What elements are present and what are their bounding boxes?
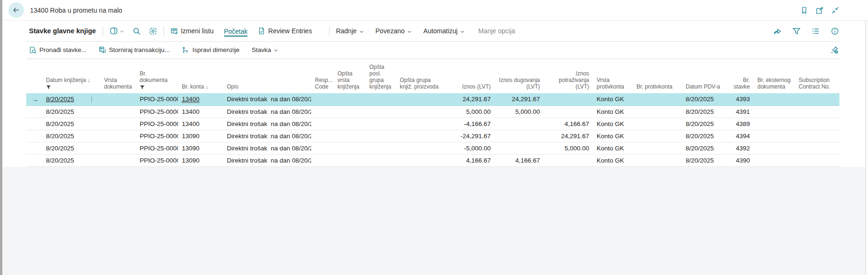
cell-gen-posting-type[interactable] [334,105,366,118]
cell-account-no[interactable]: 13090 [178,154,223,166]
cell-bal-account-no[interactable] [633,142,682,154]
cell-credit-amount[interactable]: 4,166.67 [544,118,593,130]
cell-bal-account-no[interactable] [633,93,682,105]
menu-automatizuj[interactable]: Automatizuj [423,27,465,35]
more-options-button[interactable]: Manje opcija [478,27,515,35]
cell-document-type[interactable] [100,142,136,154]
cell-bal-account-type[interactable]: Konto GK [593,105,633,118]
cell-bal-account-no[interactable] [633,130,682,142]
cell-document-no[interactable]: PPIO-25-0000... [136,118,178,130]
cell-credit-amount[interactable]: 24,291.67 [544,130,593,142]
cell-resp-code[interactable] [311,105,334,118]
cell-document-no[interactable]: PPIO-25-0000... [136,154,178,166]
popout-icon[interactable] [816,7,823,14]
stavka-menu[interactable]: Stavka [252,46,278,53]
cell-description[interactable]: Direktni trošak na dan 08/20/25 [223,118,311,130]
cell-credit-amount[interactable] [544,154,593,166]
cell-resp-code[interactable] [311,154,334,166]
column-header-credit-amount[interactable]: Iznos potraživanja (LVT) [544,59,593,93]
cell-account-no[interactable]: 13090 [178,130,223,142]
cell-gen-prod-posting-group[interactable] [396,93,449,105]
action-storniraj-transakciju[interactable]: Storniraj transakciju... [99,46,170,54]
menu-povezano[interactable]: Povezano [375,27,412,35]
cell-document-type[interactable] [100,118,136,130]
cell-account-no[interactable]: 13400 [178,118,223,130]
column-filter-icon[interactable] [140,85,145,90]
table-row[interactable]: 8/20/2025PPIO-25-0000...13090Direktni tr… [26,142,839,154]
unpin-icon[interactable] [831,46,839,54]
back-button[interactable] [8,2,24,18]
cell-gen-prod-posting-group[interactable] [396,118,449,130]
cell-description[interactable]: Direktni trošak na dan 08/20/25 [223,154,311,166]
cell-posting-date[interactable]: 8/20/2025 [42,118,100,130]
cell-document-type[interactable] [100,154,136,166]
cell-bal-account-type[interactable]: Konto GK [593,118,633,130]
cell-account-no[interactable]: 13400 [178,93,223,105]
cell-debit-amount[interactable]: 4,166.67 [494,154,544,166]
cell-debit-amount[interactable] [494,142,544,154]
cell-amount[interactable]: 4,166.67 [449,154,494,166]
cell-document-type[interactable] [100,130,136,142]
cell-debit-amount[interactable]: 5,000.00 [494,105,544,118]
column-header-resp-code[interactable]: Resp... Code [311,59,334,93]
column-header-account-no[interactable]: Br. konta ↓ [178,59,223,93]
column-header-subscription-contract-no[interactable]: Subscription Contract No. [795,59,839,93]
cell-description[interactable]: Direktni trošak na dan 08/20/25 [223,142,311,154]
table-row[interactable]: 8/20/2025PPIO-25-0000...13090Direktni tr… [26,154,839,166]
cell-gen-bus-posting-group[interactable] [366,105,396,118]
cell-account-no[interactable]: 13090 [178,142,223,154]
cell-resp-code[interactable] [311,130,334,142]
column-header-gen-prod-posting-group[interactable]: Opšta grupa knjiž. proizvoda [396,59,449,93]
cell-vat-date[interactable]: 8/20/2025 [682,130,726,142]
menu-radnje[interactable]: Radnje [336,27,364,35]
list-view-icon[interactable] [812,27,820,35]
cell-gen-bus-posting-group[interactable] [366,118,396,130]
cell-gen-bus-posting-group[interactable] [366,154,396,166]
column-header-document-type[interactable]: Vrsta dokumenta [100,59,136,93]
cell-document-type[interactable] [100,105,136,118]
cell-gen-prod-posting-group[interactable] [396,142,449,154]
cell-entry-no[interactable]: 4393 [726,93,754,105]
cell-gen-prod-posting-group[interactable] [396,105,449,118]
cell-external-doc-no[interactable] [754,154,795,166]
cell-amount[interactable]: 24,291.67 [449,93,494,105]
cell-posting-date[interactable]: 8/20/2025 [42,130,100,142]
cell-bal-account-no[interactable] [633,154,682,166]
cell-gen-posting-type[interactable] [334,118,366,130]
cell-gen-bus-posting-group[interactable] [366,93,396,105]
cell-bal-account-type[interactable]: Konto GK [593,130,633,142]
table-row[interactable]: 8/20/2025PPIO-25-0000...13090Direktni tr… [26,130,839,142]
cell-entry-no[interactable]: 4394 [726,130,754,142]
cell-subscription-contract-no[interactable] [795,154,839,166]
cell-bal-account-no[interactable] [633,118,682,130]
cell-subscription-contract-no[interactable] [795,105,839,118]
column-header-bal-account-no[interactable]: Br. protivkonta [633,59,682,93]
cell-credit-amount[interactable]: 5,000.00 [544,142,593,154]
cell-bal-account-type[interactable]: Konto GK [593,154,633,166]
cell-description[interactable]: Direktni trošak na dan 08/20/25 [223,93,311,105]
cell-external-doc-no[interactable] [754,118,795,130]
cell-amount[interactable]: 5,000.00 [449,105,494,118]
action-prona-i-stavke[interactable]: Pronađi stavke... [29,46,87,54]
info-icon[interactable] [831,27,839,35]
cell-external-doc-no[interactable] [754,142,795,154]
cell-resp-code[interactable] [311,142,334,154]
nav-action-po-etak[interactable]: Početak [224,27,248,37]
row-context-menu-icon[interactable]: ⋮ [87,96,97,103]
cell-bal-account-type[interactable]: Konto GK [593,142,633,154]
column-header-entry-no[interactable]: Br. stavke [726,59,754,93]
cell-posting-date[interactable]: 8/20/2025 [42,142,100,154]
cell-debit-amount[interactable]: 24,291.67 [494,93,544,105]
nav-action-review-entries[interactable]: Review Entries [258,27,312,35]
column-header-debit-amount[interactable]: Iznos dugovanja (LVT) [494,59,544,93]
cell-entry-no[interactable]: 4389 [726,118,754,130]
cell-gen-posting-type[interactable] [334,130,366,142]
cell-gen-posting-type[interactable] [334,93,366,105]
column-header-document-no[interactable]: Br. dokumenta [136,59,178,93]
share-icon[interactable] [773,27,781,35]
cell-amount[interactable]: -24,291.67 [449,130,494,142]
analyze-icon[interactable] [149,27,157,35]
cell-posting-date[interactable]: 8/20/2025⋮ [42,93,100,105]
cell-subscription-contract-no[interactable] [795,130,839,142]
cell-vat-date[interactable]: 8/20/2025 [682,142,726,154]
